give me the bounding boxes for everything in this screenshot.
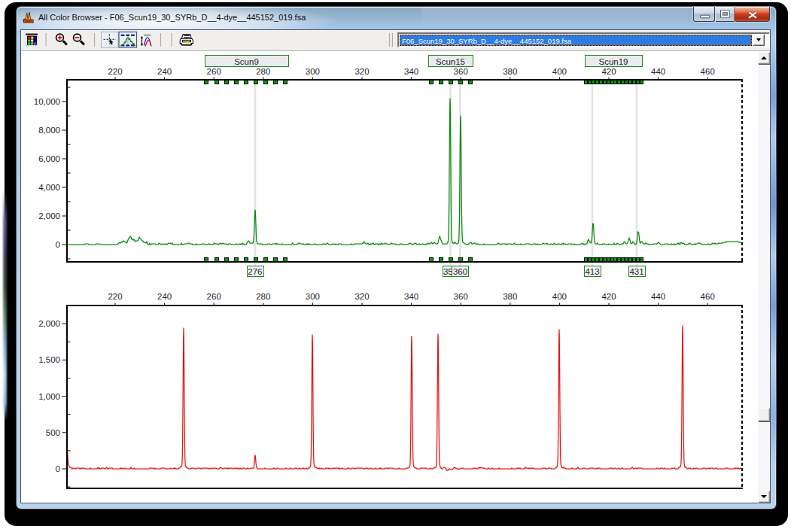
svg-text:380: 380 xyxy=(503,292,517,301)
svg-text:1,000: 1,000 xyxy=(38,392,60,401)
svg-text:360: 360 xyxy=(454,67,468,76)
svg-text:300: 300 xyxy=(306,292,320,301)
svg-text:380: 380 xyxy=(503,67,517,76)
svg-text:0: 0 xyxy=(56,240,60,249)
svg-text:440: 440 xyxy=(651,292,665,301)
svg-text:460: 460 xyxy=(701,292,715,301)
svg-text:1,500: 1,500 xyxy=(38,355,60,364)
svg-text:2,000: 2,000 xyxy=(38,319,60,328)
svg-text:440: 440 xyxy=(651,67,665,76)
svg-text:340: 340 xyxy=(404,67,418,76)
svg-text:431: 431 xyxy=(629,267,643,276)
svg-text:240: 240 xyxy=(157,292,172,301)
svg-text:300: 300 xyxy=(306,67,320,76)
svg-text:360: 360 xyxy=(454,292,468,301)
svg-text:Scun19: Scun19 xyxy=(598,57,628,66)
svg-text:0: 0 xyxy=(56,464,60,473)
svg-text:Scun9: Scun9 xyxy=(234,57,259,66)
svg-text:360: 360 xyxy=(453,267,467,276)
svg-text:260: 260 xyxy=(207,67,221,76)
svg-text:280: 280 xyxy=(256,292,270,301)
svg-text:320: 320 xyxy=(354,292,369,301)
svg-text:420: 420 xyxy=(601,292,616,301)
svg-text:4,000: 4,000 xyxy=(38,183,60,192)
svg-text:8,000: 8,000 xyxy=(38,126,60,135)
svg-text:Scun15: Scun15 xyxy=(436,57,465,66)
svg-text:220: 220 xyxy=(108,292,122,301)
svg-text:6,000: 6,000 xyxy=(38,154,60,163)
svg-text:10,000: 10,000 xyxy=(34,97,60,106)
svg-text:460: 460 xyxy=(701,67,715,76)
svg-text:280: 280 xyxy=(256,67,270,76)
svg-text:400: 400 xyxy=(552,67,567,76)
svg-text:2,000: 2,000 xyxy=(38,211,60,220)
svg-text:413: 413 xyxy=(585,267,599,276)
svg-text:420: 420 xyxy=(601,67,616,76)
svg-text:400: 400 xyxy=(552,292,567,301)
svg-text:276: 276 xyxy=(248,267,262,276)
svg-text:220: 220 xyxy=(108,67,122,76)
svg-text:240: 240 xyxy=(157,67,172,76)
svg-text:500: 500 xyxy=(46,428,60,437)
svg-text:260: 260 xyxy=(207,292,221,301)
svg-text:340: 340 xyxy=(404,292,418,301)
svg-text:320: 320 xyxy=(354,67,369,76)
